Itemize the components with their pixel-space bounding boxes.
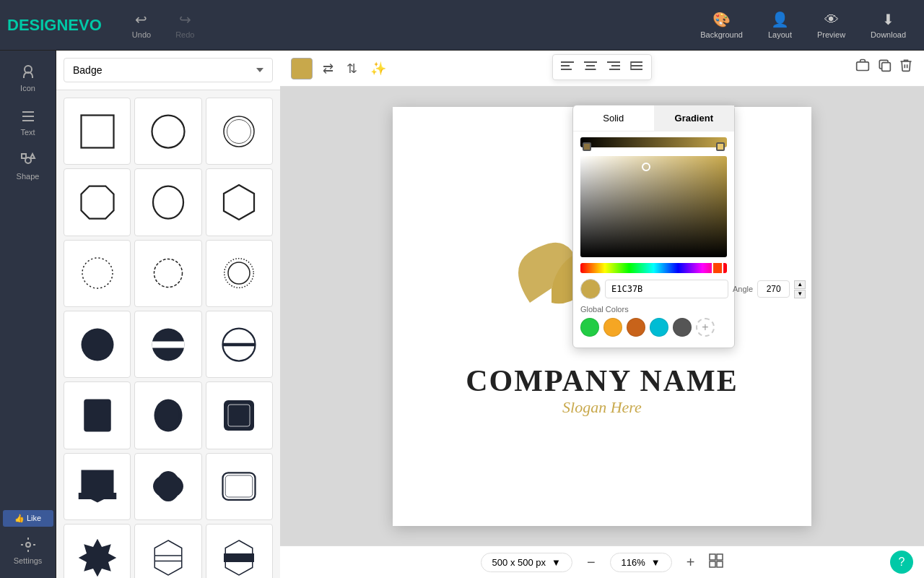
sidebar-item-icon[interactable]: Icon: [0, 58, 56, 98]
svg-rect-44: [611, 65, 620, 66]
cp-tab-gradient[interactable]: Gradient: [654, 105, 735, 131]
svg-marker-3: [30, 154, 35, 158]
shape-item-octagon-outline[interactable]: [64, 168, 131, 236]
fill-color-button[interactable]: [291, 58, 313, 79]
shape-item-shield-round[interactable]: [134, 168, 201, 236]
size-selector[interactable]: 500 x 500 px ▼: [481, 553, 572, 572]
undo-button[interactable]: ↩ Undo: [123, 7, 160, 43]
zoom-level-display[interactable]: 116% ▼: [610, 553, 672, 572]
svg-point-16: [81, 328, 113, 361]
shape-item-ornate-frame[interactable]: [206, 381, 273, 449]
shape-item-shield-banner[interactable]: [64, 453, 131, 520]
svg-rect-47: [631, 65, 642, 66]
cp-swatch-brown-orange[interactable]: [627, 318, 645, 337]
zoom-label: 116%: [622, 557, 645, 568]
shape-item-circle-thin[interactable]: [134, 98, 201, 165]
cp-color-swatches: +: [580, 318, 727, 337]
align-center-button[interactable]: [582, 59, 599, 76]
cp-gradient-stop-right[interactable]: [716, 142, 725, 151]
cp-hue-bar[interactable]: [580, 263, 727, 273]
layout-icon: 👤: [771, 11, 789, 28]
toolbar-right-group: 🎨 Background 👤 Layout 👁 Preview ⬇ Downlo…: [689, 7, 917, 43]
shape-item-hexagon-outline[interactable]: [206, 168, 273, 236]
delete-button[interactable]: [899, 58, 913, 76]
svg-rect-38: [561, 65, 570, 66]
layers-button[interactable]: [855, 58, 870, 76]
sidebar-item-settings[interactable]: Settings: [0, 530, 56, 571]
sidebar-label-text: Text: [20, 128, 35, 137]
secondary-toolbar: ⇄ ⇅ ✨: [280, 51, 924, 87]
cp-saturation-picker[interactable]: [580, 156, 727, 257]
grid-toggle-button[interactable]: [709, 553, 723, 571]
top-toolbar: DESIGNEVO ↩ Undo ↪ Redo 🎨 Background 👤 L…: [0, 0, 924, 51]
cp-swatch-dark-gray[interactable]: [673, 318, 692, 337]
shape-item-dotted-circle[interactable]: [64, 240, 131, 307]
cp-add-color-button[interactable]: +: [696, 318, 715, 337]
main-area: Icon Text Shape 👍 Like Settings: [0, 51, 924, 578]
shape-item-circle-thin2[interactable]: [206, 98, 273, 165]
company-name: COMPANY NAME: [466, 363, 738, 398]
download-icon: ⬇: [882, 11, 894, 28]
cp-swatch-orange[interactable]: [603, 318, 622, 337]
svg-point-15: [225, 259, 254, 288]
zoom-out-button[interactable]: −: [583, 553, 599, 572]
shape-item-shield-dark[interactable]: [64, 381, 131, 449]
sidebar-item-shape[interactable]: Shape: [0, 146, 56, 186]
flip-v-button[interactable]: ⇅: [344, 58, 360, 79]
grid-icon: [709, 553, 723, 568]
shape-item-circle-dashed[interactable]: [134, 240, 201, 307]
cp-gradient-stop-left[interactable]: [583, 142, 591, 151]
size-dropdown-icon: ▼: [552, 557, 561, 568]
slogan: Slogan Here: [562, 398, 642, 417]
shape-category-dropdown[interactable]: Badge Circle Square Shield Star: [64, 58, 273, 82]
cp-tab-solid[interactable]: Solid: [573, 105, 654, 131]
sidebar-item-text[interactable]: Text: [0, 102, 56, 142]
svg-point-12: [82, 258, 113, 288]
svg-rect-39: [561, 69, 572, 70]
background-button[interactable]: 🎨 Background: [689, 7, 754, 43]
cp-angle-spinner: ▲ ▼: [794, 280, 806, 298]
shape-item-hex-band[interactable]: [206, 524, 273, 578]
align-right-button[interactable]: [605, 59, 622, 76]
text-icon: [19, 108, 37, 125]
cp-angle-input[interactable]: [757, 280, 790, 298]
svg-rect-56: [717, 561, 723, 567]
shape-item-circle-band[interactable]: [134, 311, 201, 378]
flip-h-button[interactable]: ⇄: [320, 58, 336, 79]
app-logo[interactable]: DESIGNEVO: [7, 16, 102, 35]
cp-angle-up-button[interactable]: ▲: [794, 280, 806, 289]
download-button[interactable]: ⬇ Download: [860, 7, 917, 43]
help-button[interactable]: ?: [890, 551, 913, 574]
align-justify-button[interactable]: [628, 59, 645, 76]
shape-item-square-outline[interactable]: [64, 98, 131, 165]
svg-point-4: [26, 543, 30, 547]
preview-button[interactable]: 👁 Preview: [806, 8, 856, 43]
svg-rect-43: [607, 61, 620, 63]
effects-button[interactable]: ✨: [367, 58, 389, 79]
undo-icon: ↩: [135, 11, 147, 28]
duplicate-button[interactable]: [877, 58, 892, 76]
shape-item-hexagon-lines[interactable]: [134, 524, 201, 578]
layout-button[interactable]: 👤 Layout: [757, 7, 803, 43]
cp-angle-down-button[interactable]: ▼: [794, 290, 806, 298]
align-left-button[interactable]: [559, 59, 576, 76]
svg-rect-5: [81, 115, 113, 147]
shape-item-circle-band2[interactable]: [206, 311, 273, 378]
shape-item-fancy-badge[interactable]: [64, 524, 131, 578]
fb-like-button[interactable]: 👍 Like: [3, 510, 53, 527]
cp-gradient-bar[interactable]: [580, 137, 727, 147]
logo-color: EVO: [68, 16, 101, 34]
shape-item-circle-dark[interactable]: [64, 311, 131, 378]
svg-rect-50: [857, 62, 869, 71]
redo-icon: ↪: [179, 11, 191, 28]
zoom-in-button[interactable]: +: [683, 553, 699, 572]
shape-item-ornate-badge[interactable]: [134, 381, 201, 449]
shape-item-ornate2[interactable]: [206, 453, 273, 520]
shape-item-blob-dark[interactable]: [134, 453, 201, 520]
cp-hex-input[interactable]: [605, 280, 728, 298]
cp-swatch-cyan[interactable]: [650, 318, 668, 337]
cp-controls: Angle ▲ ▼: [580, 279, 727, 299]
cp-swatch-green[interactable]: [580, 318, 599, 337]
shape-item-circle-spiky[interactable]: [206, 240, 273, 307]
redo-button[interactable]: ↪ Redo: [167, 7, 203, 43]
